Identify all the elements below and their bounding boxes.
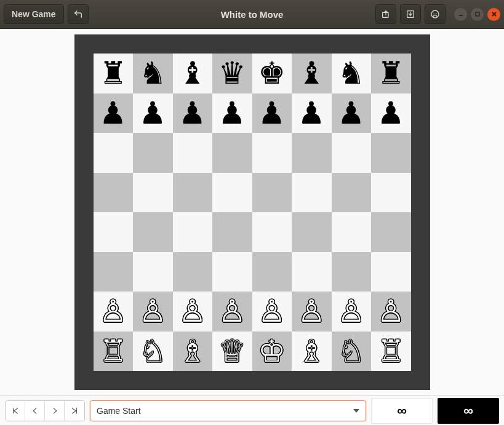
square-f5[interactable] bbox=[292, 173, 332, 213]
square-d4[interactable] bbox=[212, 212, 252, 252]
square-e6[interactable] bbox=[252, 133, 292, 173]
nav-next-button[interactable] bbox=[45, 401, 65, 421]
square-a8[interactable]: ♜ bbox=[94, 54, 134, 93]
piece-br[interactable]: ♜ bbox=[99, 58, 127, 89]
window-maximize-button[interactable] bbox=[471, 8, 484, 21]
square-a3[interactable] bbox=[94, 252, 134, 292]
square-e3[interactable] bbox=[252, 252, 292, 292]
square-d3[interactable] bbox=[212, 252, 252, 292]
piece-bp[interactable]: ♟ bbox=[258, 98, 286, 129]
nav-last-button[interactable] bbox=[65, 401, 84, 421]
square-a6[interactable] bbox=[94, 133, 134, 173]
square-g5[interactable] bbox=[332, 173, 372, 213]
piece-wp[interactable]: ♙ bbox=[258, 296, 286, 327]
square-h5[interactable] bbox=[371, 173, 411, 213]
square-e1[interactable]: ♔ bbox=[252, 332, 292, 371]
square-h6[interactable] bbox=[371, 133, 411, 173]
piece-bp[interactable]: ♟ bbox=[178, 98, 206, 129]
piece-br[interactable]: ♜ bbox=[377, 58, 405, 89]
nav-first-button[interactable] bbox=[6, 401, 25, 421]
piece-bp[interactable]: ♟ bbox=[298, 98, 326, 129]
square-c8[interactable]: ♝ bbox=[173, 54, 213, 93]
piece-bn[interactable]: ♞ bbox=[337, 58, 365, 89]
square-d8[interactable]: ♛ bbox=[212, 54, 252, 93]
piece-bp[interactable]: ♟ bbox=[337, 98, 365, 129]
piece-wq[interactable]: ♕ bbox=[218, 336, 246, 367]
piece-bk[interactable]: ♚ bbox=[258, 58, 286, 89]
square-e4[interactable] bbox=[252, 212, 292, 252]
square-a4[interactable] bbox=[94, 212, 134, 252]
piece-bb[interactable]: ♝ bbox=[298, 58, 326, 89]
square-h7[interactable]: ♟ bbox=[371, 93, 411, 133]
square-h4[interactable] bbox=[371, 212, 411, 252]
square-g6[interactable] bbox=[332, 133, 372, 173]
square-g3[interactable] bbox=[332, 252, 372, 292]
piece-wp[interactable]: ♙ bbox=[139, 296, 167, 327]
piece-bb[interactable]: ♝ bbox=[178, 58, 206, 89]
square-b7[interactable]: ♟ bbox=[133, 93, 173, 133]
square-d7[interactable]: ♟ bbox=[212, 93, 252, 133]
square-b6[interactable] bbox=[133, 133, 173, 173]
square-e7[interactable]: ♟ bbox=[252, 93, 292, 133]
piece-bp[interactable]: ♟ bbox=[377, 98, 405, 129]
square-g8[interactable]: ♞ bbox=[332, 54, 372, 93]
square-c5[interactable] bbox=[173, 173, 213, 213]
square-b3[interactable] bbox=[133, 252, 173, 292]
square-b4[interactable] bbox=[133, 212, 173, 252]
piece-bp[interactable]: ♟ bbox=[139, 98, 167, 129]
square-e5[interactable] bbox=[252, 173, 292, 213]
square-f1[interactable]: ♗ bbox=[292, 332, 332, 371]
square-c2[interactable]: ♙ bbox=[173, 292, 213, 332]
piece-bp[interactable]: ♟ bbox=[218, 98, 246, 129]
square-f2[interactable]: ♙ bbox=[292, 292, 332, 332]
square-c1[interactable]: ♗ bbox=[173, 332, 213, 371]
square-f4[interactable] bbox=[292, 212, 332, 252]
square-e2[interactable]: ♙ bbox=[252, 292, 292, 332]
square-c6[interactable] bbox=[173, 133, 213, 173]
piece-wb[interactable]: ♗ bbox=[178, 336, 206, 367]
square-a5[interactable] bbox=[94, 173, 134, 213]
undo-button[interactable] bbox=[68, 4, 89, 24]
square-h1[interactable]: ♖ bbox=[371, 332, 411, 371]
square-h8[interactable]: ♜ bbox=[371, 54, 411, 93]
piece-wp[interactable]: ♙ bbox=[99, 296, 127, 327]
square-h3[interactable] bbox=[371, 252, 411, 292]
square-d6[interactable] bbox=[212, 133, 252, 173]
piece-wk[interactable]: ♔ bbox=[258, 336, 286, 367]
piece-wr[interactable]: ♖ bbox=[377, 336, 405, 367]
square-e8[interactable]: ♚ bbox=[252, 54, 292, 93]
window-minimize-button[interactable] bbox=[454, 8, 467, 21]
piece-wn[interactable]: ♘ bbox=[139, 336, 167, 367]
piece-wp[interactable]: ♙ bbox=[298, 296, 326, 327]
square-h2[interactable]: ♙ bbox=[371, 292, 411, 332]
square-c4[interactable] bbox=[173, 212, 213, 252]
resign-button[interactable] bbox=[425, 4, 446, 24]
square-d2[interactable]: ♙ bbox=[212, 292, 252, 332]
square-b8[interactable]: ♞ bbox=[133, 54, 173, 93]
open-button[interactable] bbox=[375, 4, 396, 24]
square-f7[interactable]: ♟ bbox=[292, 93, 332, 133]
nav-prev-button[interactable] bbox=[25, 401, 45, 421]
piece-bp[interactable]: ♟ bbox=[99, 98, 127, 129]
piece-wp[interactable]: ♙ bbox=[377, 296, 405, 327]
square-f8[interactable]: ♝ bbox=[292, 54, 332, 93]
square-a1[interactable]: ♖ bbox=[94, 332, 134, 371]
square-g7[interactable]: ♟ bbox=[332, 93, 372, 133]
square-b2[interactable]: ♙ bbox=[133, 292, 173, 332]
square-a7[interactable]: ♟ bbox=[94, 93, 134, 133]
square-g1[interactable]: ♘ bbox=[332, 332, 372, 371]
save-button[interactable] bbox=[400, 4, 421, 24]
square-b5[interactable] bbox=[133, 173, 173, 213]
piece-bn[interactable]: ♞ bbox=[139, 58, 167, 89]
piece-wb[interactable]: ♗ bbox=[298, 336, 326, 367]
chess-board[interactable]: ♜♞♝♛♚♝♞♜♟♟♟♟♟♟♟♟♙♙♙♙♙♙♙♙♖♘♗♕♔♗♘♖ bbox=[94, 54, 411, 371]
square-d1[interactable]: ♕ bbox=[212, 332, 252, 371]
piece-wn[interactable]: ♘ bbox=[337, 336, 365, 367]
piece-bq[interactable]: ♛ bbox=[218, 58, 246, 89]
window-close-button[interactable] bbox=[487, 8, 500, 21]
square-c3[interactable] bbox=[173, 252, 213, 292]
piece-wp[interactable]: ♙ bbox=[178, 296, 206, 327]
history-combo[interactable]: Game Start bbox=[90, 400, 366, 421]
piece-wp[interactable]: ♙ bbox=[218, 296, 246, 327]
square-g4[interactable] bbox=[332, 212, 372, 252]
